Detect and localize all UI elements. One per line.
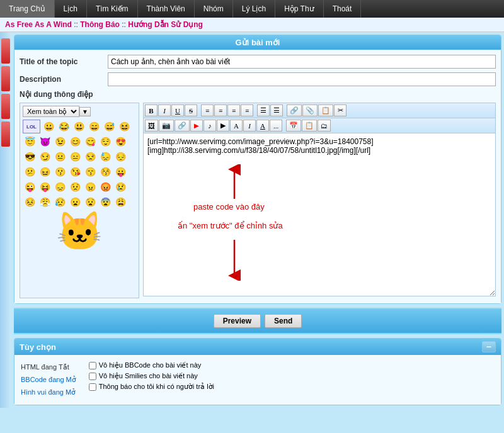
toolbar-url[interactable]: 🔗 bbox=[175, 120, 190, 132]
sidebar-btn-3[interactable] bbox=[1, 94, 10, 119]
smiley-item[interactable]: 😊 bbox=[68, 135, 82, 149]
smiley-item[interactable]: 😢 bbox=[113, 180, 127, 194]
smileys-select[interactable]: Xem toàn bộ bbox=[23, 106, 79, 117]
smiley-item[interactable]: 😀 bbox=[42, 120, 55, 133]
smiley-item[interactable]: 😒 bbox=[83, 150, 97, 164]
smileys-dropdown-btn[interactable]: ▼ bbox=[79, 107, 91, 116]
editor-textarea[interactable]: [url=http://www.servimg.com/image_previe… bbox=[143, 133, 496, 296]
editor-container: Xem toàn bộ ▼ LOL 😀 😂 😃 😄 bbox=[20, 103, 496, 298]
toolbar-align-left[interactable]: ≡ bbox=[201, 104, 214, 116]
smiley-item[interactable]: 😌 bbox=[98, 135, 112, 149]
smiley-item[interactable]: 😛 bbox=[113, 165, 127, 179]
toolbar-date[interactable]: 📅 bbox=[286, 120, 301, 132]
smiley-item[interactable]: 😝 bbox=[38, 180, 52, 194]
smiley-item[interactable]: 😄 bbox=[87, 120, 101, 133]
toolbar-font-a[interactable]: A bbox=[230, 120, 243, 132]
smiley-item[interactable]: 😦 bbox=[68, 195, 82, 209]
send-button[interactable]: Send bbox=[265, 314, 302, 328]
smiley-item[interactable]: 😣 bbox=[23, 195, 37, 209]
breadcrumb-home[interactable]: As Free As A Wind bbox=[5, 20, 72, 29]
desc-input[interactable] bbox=[108, 72, 496, 86]
smiley-item[interactable]: 😓 bbox=[98, 150, 112, 164]
smiley-item[interactable]: 😩 bbox=[113, 195, 127, 209]
toolbar-italic[interactable]: I bbox=[158, 104, 171, 116]
breadcrumb-item2[interactable]: Hướng Dẫn Sử Dụng bbox=[128, 20, 203, 29]
toolbar-align-center[interactable]: ≡ bbox=[214, 104, 227, 116]
editor-right: B I U S ≡ ≡ ≡ ≡ ☰ ☰ bbox=[143, 103, 496, 298]
toolbar-font-a2[interactable]: A bbox=[256, 120, 269, 132]
sidebar-btn-1[interactable] bbox=[1, 38, 10, 64]
sidebar-btn-4[interactable] bbox=[1, 121, 10, 147]
toolbar-copy[interactable]: 📋 bbox=[318, 104, 333, 116]
toolbar-underline[interactable]: U bbox=[171, 104, 184, 116]
toolbar-media[interactable]: ▶ bbox=[217, 120, 229, 132]
smiley-item[interactable]: 😂 bbox=[57, 120, 71, 133]
smiley-item[interactable]: 😥 bbox=[53, 195, 67, 209]
toolbar-cut[interactable]: ✂ bbox=[334, 104, 346, 116]
breadcrumb-item1[interactable]: Thông Báo bbox=[80, 20, 120, 29]
toolbar-font-i[interactable]: I bbox=[243, 120, 256, 132]
smiley-item[interactable]: 😎 bbox=[23, 150, 37, 164]
checkbox-notify[interactable] bbox=[89, 383, 96, 391]
smiley-item[interactable]: 😇 bbox=[23, 135, 37, 149]
toolbar-bold[interactable]: B bbox=[145, 104, 158, 116]
sidebar bbox=[0, 32, 11, 408]
checkbox-bbcode[interactable] bbox=[89, 362, 96, 369]
nav-hop-thu[interactable]: Hộp Thư bbox=[275, 0, 323, 18]
smiley-item[interactable]: 😤 bbox=[38, 195, 52, 209]
preview-button[interactable]: Preview bbox=[214, 314, 261, 328]
toolbar-link[interactable]: 🔗 bbox=[287, 104, 302, 116]
nav-nhom[interactable]: Nhóm bbox=[195, 0, 233, 18]
smiley-item[interactable]: 😅 bbox=[102, 120, 116, 133]
smiley-item[interactable]: 😗 bbox=[53, 165, 67, 179]
smiley-item[interactable]: 😠 bbox=[83, 180, 97, 194]
sidebar-btn-2[interactable] bbox=[1, 66, 10, 91]
title-input[interactable] bbox=[108, 55, 496, 69]
smiley-item[interactable]: 😟 bbox=[68, 180, 82, 194]
smiley-item[interactable]: 😍 bbox=[113, 135, 127, 149]
toolbar-align-justify[interactable]: ≡ bbox=[241, 104, 253, 116]
smiley-item[interactable]: 😐 bbox=[53, 150, 67, 164]
toolbar-list1[interactable]: ☰ bbox=[257, 104, 270, 116]
toolbar-align-right[interactable]: ≡ bbox=[227, 104, 240, 116]
nav-thoat[interactable]: Thoát bbox=[324, 0, 362, 18]
smiley-item[interactable]: 😚 bbox=[98, 165, 112, 179]
nav-lich[interactable]: Lịch bbox=[55, 0, 87, 18]
checkbox-smilies[interactable] bbox=[89, 373, 96, 380]
smiley-item[interactable]: 😜 bbox=[23, 180, 37, 194]
smiley-item[interactable]: 😔 bbox=[113, 150, 127, 164]
nav-ly-lich[interactable]: Lý Lịch bbox=[233, 0, 275, 18]
toolbar-photo[interactable]: 📷 bbox=[159, 120, 174, 132]
smiley-item[interactable]: 😕 bbox=[23, 165, 37, 179]
smiley-item[interactable]: 😨 bbox=[98, 195, 112, 209]
smiley-item[interactable]: 😡 bbox=[98, 180, 112, 194]
nav-thanh-vien[interactable]: Thành Viên bbox=[138, 0, 195, 18]
toolbar-music[interactable]: ♪ bbox=[203, 120, 216, 132]
smiley-lol[interactable]: LOL bbox=[23, 120, 40, 133]
toolbar-attach[interactable]: 📎 bbox=[302, 104, 318, 116]
smiley-item[interactable]: 😑 bbox=[68, 150, 82, 164]
html-status: HTML đang Tắt bbox=[21, 361, 76, 374]
smileys-panel: Xem toàn bộ ▼ LOL 😀 😂 😃 😄 bbox=[20, 103, 139, 298]
smiley-item[interactable]: 😃 bbox=[72, 120, 86, 133]
toolbar-strike[interactable]: S bbox=[185, 104, 197, 116]
smiley-item[interactable]: 😧 bbox=[83, 195, 97, 209]
smiley-item[interactable]: 😙 bbox=[83, 165, 97, 179]
toolbar-file[interactable]: 🗂 bbox=[318, 120, 331, 132]
smiley-item[interactable]: 😉 bbox=[53, 135, 67, 149]
toolbar-video[interactable]: ▶ bbox=[190, 120, 203, 132]
toolbar-image[interactable]: 🖼 bbox=[145, 120, 158, 132]
smiley-item[interactable]: 😈 bbox=[38, 135, 52, 149]
options-collapse-btn[interactable]: − bbox=[482, 341, 496, 352]
toolbar-more[interactable]: ... bbox=[270, 120, 282, 132]
smiley-item[interactable]: 😞 bbox=[53, 180, 67, 194]
nav-tim-kiem[interactable]: Tìm Kiếm bbox=[87, 0, 138, 18]
nav-trang-chu[interactable]: Trang Chủ bbox=[0, 0, 55, 18]
toolbar-list2[interactable]: ☰ bbox=[270, 104, 283, 116]
smiley-item[interactable]: 😖 bbox=[38, 165, 52, 179]
smiley-item[interactable]: 😆 bbox=[117, 120, 131, 133]
smiley-item[interactable]: 😏 bbox=[38, 150, 52, 164]
smiley-item[interactable]: 😋 bbox=[83, 135, 97, 149]
toolbar-paste[interactable]: 📋 bbox=[302, 120, 317, 132]
smiley-item[interactable]: 😘 bbox=[68, 165, 82, 179]
